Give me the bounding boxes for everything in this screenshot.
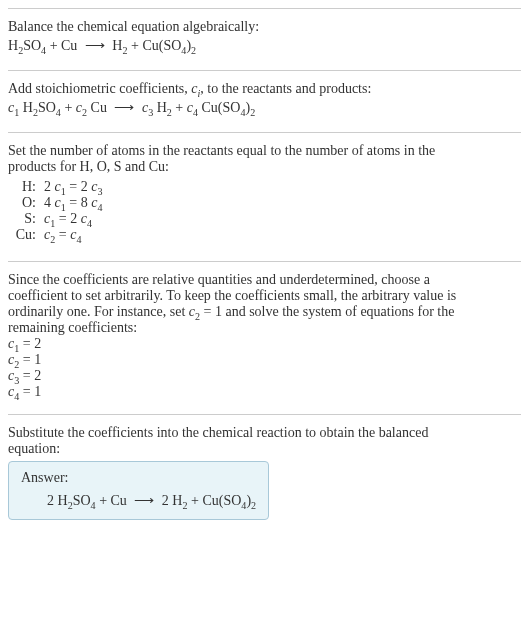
balanced-equation: 2 H2SO4 + Cu ⟶ 2 H2 + Cu(SO4)2	[21, 492, 256, 509]
sub: 4	[87, 218, 92, 229]
answer-label: Answer:	[21, 470, 256, 486]
txt: SO	[38, 100, 56, 115]
atom-intro-line2: products for H, O, S and Cu:	[8, 159, 521, 175]
solve-line2: coefficient to set arbitrarily. To keep …	[8, 288, 521, 304]
arrow-icon: ⟶	[81, 38, 109, 53]
atom-label: S:	[8, 211, 44, 227]
section-answer: Substitute the coefficients into the che…	[8, 414, 521, 534]
stoich-equation: c1 H2SO4 + c2 Cu ⟶ c3 H2 + c4 Cu(SO4)2	[8, 99, 521, 116]
coeff-result-4: c4 = 1	[8, 384, 521, 400]
txt: + Cu	[46, 38, 81, 53]
coeff-intro: Add stoichiometric coefficients, ci, to …	[8, 81, 521, 97]
txt: + Cu	[96, 493, 131, 508]
solve-line1: Since the coefficients are relative quan…	[8, 272, 521, 288]
atom-row-H: H: 2 c1 = 2 c3	[8, 179, 521, 195]
txt: Cu	[87, 100, 110, 115]
txt: +	[172, 100, 187, 115]
txt: 2 H	[47, 493, 68, 508]
sub: 4	[76, 234, 81, 245]
txt: = 1 and solve the system of equations fo…	[200, 304, 454, 319]
section-solve: Since the coefficients are relative quan…	[8, 261, 521, 414]
txt: = 8	[66, 195, 91, 210]
txt: Add stoichiometric coefficients,	[8, 81, 191, 96]
txt: = 2	[66, 179, 91, 194]
atom-label: H:	[8, 179, 44, 195]
sub: 2	[250, 107, 255, 118]
answer-box: Answer: 2 H2SO4 + Cu ⟶ 2 H2 + Cu(SO4)2	[8, 461, 269, 520]
txt: ordinarily one. For instance, set	[8, 304, 189, 319]
txt: H	[19, 100, 33, 115]
solve-line4: remaining coefficients:	[8, 320, 521, 336]
coeff-result-3: c3 = 2	[8, 368, 521, 384]
unbalanced-equation: H2SO4 + Cu ⟶ H2 + Cu(SO4)2	[8, 37, 521, 54]
txt: SO	[73, 493, 91, 508]
atom-eq: c1 = 2 c4	[44, 211, 92, 227]
coeff-result-1: c1 = 2	[8, 336, 521, 352]
answer-intro-line1: Substitute the coefficients into the che…	[8, 425, 521, 441]
txt: Cu(SO	[198, 100, 240, 115]
txt: =	[55, 227, 70, 242]
solve-line3: ordinarily one. For instance, set c2 = 1…	[8, 304, 521, 320]
txt: + Cu(SO	[128, 38, 182, 53]
atom-row-O: O: 4 c1 = 8 c4	[8, 195, 521, 211]
txt: H	[109, 38, 123, 53]
arrow-icon: ⟶	[130, 493, 158, 508]
atom-intro-line1: Set the number of atoms in the reactants…	[8, 143, 521, 159]
atom-eq: 4 c1 = 8 c4	[44, 195, 102, 211]
atom-row-S: S: c1 = 2 c4	[8, 211, 521, 227]
txt: H	[8, 38, 18, 53]
coeff-result-2: c2 = 1	[8, 352, 521, 368]
section-coefficients: Add stoichiometric coefficients, ci, to …	[8, 70, 521, 132]
atom-label: Cu:	[8, 227, 44, 243]
txt: 4	[44, 195, 55, 210]
txt: + Cu(SO	[188, 493, 242, 508]
txt: 2	[44, 179, 55, 194]
sub: 2	[251, 500, 256, 511]
sub: 2	[191, 45, 196, 56]
problem-intro: Balance the chemical equation algebraica…	[8, 19, 521, 35]
txt: , to the reactants and products:	[200, 81, 371, 96]
val: = 2	[19, 368, 41, 383]
atom-row-Cu: Cu: c2 = c4	[8, 227, 521, 243]
atom-eq: c2 = c4	[44, 227, 81, 243]
section-atom-balance: Set the number of atoms in the reactants…	[8, 132, 521, 261]
txt: = 2	[55, 211, 80, 226]
val: = 1	[19, 384, 41, 399]
atom-label: O:	[8, 195, 44, 211]
txt: H	[153, 100, 167, 115]
txt: 2 H	[158, 493, 182, 508]
arrow-icon: ⟶	[110, 100, 138, 115]
val: = 1	[19, 352, 41, 367]
atom-eq: 2 c1 = 2 c3	[44, 179, 102, 195]
val: = 2	[19, 336, 41, 351]
sub: 4	[97, 202, 102, 213]
txt: SO	[23, 38, 41, 53]
section-problem: Balance the chemical equation algebraica…	[8, 8, 521, 70]
answer-intro-line2: equation:	[8, 441, 521, 457]
atom-equations: H: 2 c1 = 2 c3 O: 4 c1 = 8 c4 S: c1 = 2 …	[8, 179, 521, 243]
txt: +	[61, 100, 76, 115]
